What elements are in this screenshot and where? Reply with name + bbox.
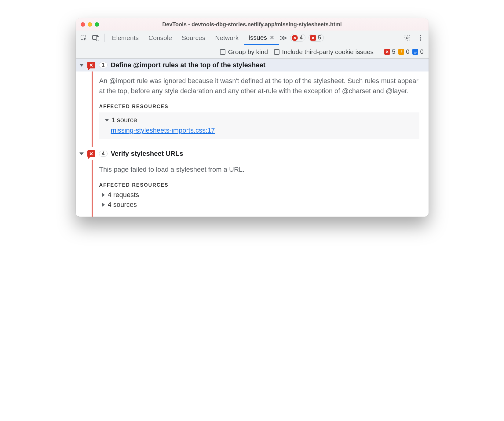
svg-point-6: [420, 39, 421, 41]
tab-console[interactable]: Console: [144, 31, 176, 45]
chevron-down-icon: [105, 119, 109, 122]
issue-count-badge: 1: [99, 62, 108, 68]
error-icon: ✕: [384, 49, 390, 55]
svg-rect-2: [96, 37, 99, 41]
close-tab-icon[interactable]: ✕: [269, 34, 275, 41]
resource-group-toggle[interactable]: 4 requests: [102, 191, 419, 199]
window-title: DevTools - devtools-dbg-stories.netlify.…: [76, 21, 429, 28]
issue-body: An @import rule was ignored because it w…: [92, 71, 429, 147]
resource-group-label: 4 requests: [108, 191, 139, 199]
issue-title: Verify stylesheet URLs: [111, 150, 183, 158]
error-count-pill[interactable]: 4: [290, 34, 305, 42]
include-third-party-checkbox[interactable]: Include third-party cookie issues: [274, 48, 374, 56]
svg-rect-8: [414, 52, 417, 52]
resource-group-toggle[interactable]: 1 source: [105, 116, 414, 124]
affected-resources-box: 1 source missing-stylesheets-imports.css…: [99, 112, 419, 139]
source-link[interactable]: missing-stylesheets-imports.css:17: [111, 126, 215, 134]
tab-label: Console: [148, 34, 172, 42]
issue-severity-icon: ✕: [87, 61, 96, 69]
svg-rect-7: [414, 51, 417, 51]
issue-description: This page failed to load a stylesheet fr…: [99, 164, 419, 174]
issue-item: ✕ 4 Verify stylesheet URLs This page fai…: [76, 147, 429, 217]
issue-icon: [310, 35, 316, 41]
issue-body: This page failed to load a stylesheet fr…: [92, 160, 429, 217]
collapsed-resources: 4 requests 4 sources: [99, 191, 419, 209]
settings-icon[interactable]: [402, 33, 412, 43]
warning-icon: !: [398, 49, 404, 55]
tab-sources[interactable]: Sources: [177, 31, 210, 45]
issue-count-pill[interactable]: 5: [309, 34, 324, 42]
inspect-element-icon[interactable]: [78, 32, 89, 43]
error-count-badge[interactable]: ✕ 5: [384, 48, 395, 55]
chevron-right-icon: [102, 193, 105, 197]
issue-header[interactable]: ✕ 4 Verify stylesheet URLs: [76, 147, 429, 160]
close-window-button[interactable]: [81, 22, 85, 27]
count: 0: [406, 48, 409, 55]
issues-filter-bar: Group by kind Include third-party cookie…: [76, 45, 429, 59]
issue-count-badge: 4: [99, 151, 108, 157]
tab-label: Issues: [248, 34, 267, 41]
expand-toggle-icon[interactable]: [79, 152, 84, 155]
tab-label: Sources: [182, 34, 205, 42]
window-titlebar: DevTools - devtools-dbg-stories.netlify.…: [76, 18, 429, 31]
separator: [104, 34, 105, 42]
minimize-window-button[interactable]: [88, 22, 92, 27]
svg-point-3: [406, 37, 408, 38]
tab-label: Network: [215, 34, 239, 42]
checkbox-label: Group by kind: [228, 48, 268, 56]
count: 0: [420, 48, 423, 55]
devtools-tabstrip: Elements Console Sources Network Issues …: [76, 31, 429, 45]
checkbox-icon: [220, 49, 225, 55]
resource-group-label: 1 source: [111, 116, 137, 124]
svg-point-5: [420, 37, 421, 38]
resource-group-label: 4 sources: [108, 201, 137, 209]
tab-network[interactable]: Network: [211, 31, 243, 45]
tab-label: Elements: [112, 34, 139, 42]
device-toolbar-icon[interactable]: [90, 32, 101, 43]
info-count-badge[interactable]: 0: [412, 48, 423, 55]
issue-count: 5: [318, 35, 321, 41]
info-icon: [412, 49, 418, 55]
issue-item: ✕ 1 Define @import rules at the top of t…: [76, 59, 429, 147]
expand-toggle-icon[interactable]: [79, 64, 84, 67]
error-icon: [292, 35, 298, 41]
more-tabs-icon[interactable]: ≫: [278, 34, 287, 42]
affected-resources-label: AFFECTED RESOURCES: [99, 104, 419, 109]
resource-group-toggle[interactable]: 4 sources: [102, 201, 419, 209]
devtools-window: DevTools - devtools-dbg-stories.netlify.…: [76, 18, 429, 217]
checkbox-icon: [274, 49, 279, 55]
svg-point-4: [420, 35, 421, 36]
warning-count-badge[interactable]: ! 0: [398, 48, 409, 55]
issue-title: Define @import rules at the top of the s…: [111, 61, 265, 69]
issues-list: ✕ 1 Define @import rules at the top of t…: [76, 59, 429, 217]
svg-rect-9: [414, 53, 416, 53]
error-count: 4: [300, 35, 303, 41]
count: 5: [392, 48, 395, 55]
issue-severity-icon: ✕: [87, 150, 96, 158]
group-by-kind-checkbox[interactable]: Group by kind: [220, 48, 268, 56]
tab-issues[interactable]: Issues ✕: [244, 31, 279, 45]
more-menu-icon[interactable]: [416, 33, 425, 43]
issue-header[interactable]: ✕ 1 Define @import rules at the top of t…: [76, 59, 429, 71]
tab-elements[interactable]: Elements: [108, 31, 143, 45]
chevron-right-icon: [102, 203, 105, 207]
issue-description: An @import rule was ignored because it w…: [99, 76, 419, 96]
checkbox-label: Include third-party cookie issues: [282, 48, 374, 56]
affected-resources-label: AFFECTED RESOURCES: [99, 182, 419, 188]
window-controls: [81, 22, 99, 27]
zoom-window-button[interactable]: [95, 22, 99, 27]
issue-counts: ✕ 5 ! 0 0: [380, 45, 423, 58]
